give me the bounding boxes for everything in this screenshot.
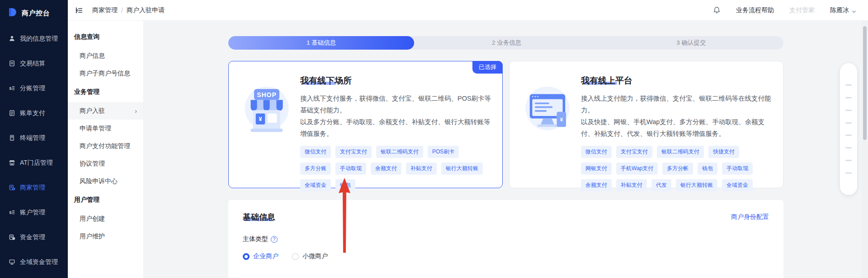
submenu-item-label: 商户入驻 [80,107,105,115]
online-platform-card[interactable]: ¥ 我有线上平台 接入线上支付能力，获得微信、支付宝、银联二维码等在线支付能力。… [509,61,783,188]
split-account-icon: $ [8,85,15,92]
radio-option[interactable]: 小微商户 [292,252,328,260]
stepper-step-label: 2 业务信息 [492,39,521,47]
subject-type-radios: 企业商户 小微商户 [243,252,769,260]
stepper-step[interactable]: 1 基础信息 [228,36,414,50]
monitor-illustration: ¥ [522,83,573,179]
primary-sidebar: 商户控台 我的信息管理 交易结算 $ 分账管理 [0,0,68,278]
submenu-item[interactable]: 用户维护 › [68,227,143,245]
submenu-item[interactable]: 商户入驻 › [68,102,143,120]
sidebar-item-label: 商家管理 [20,184,45,192]
submenu-item[interactable]: 商户信息 › [68,47,143,65]
capability-tag: 银联二维码支付 [376,146,423,158]
stepper-step-label: 3 确认提交 [676,39,706,47]
username: 陈雁冰 [830,6,849,14]
basic-info-section: 基础信息 商户身份配置 主体类型 ? 企业商户 [228,200,783,278]
workflow-help-link[interactable]: 业务流程帮助 [736,6,774,14]
app-window: 商户控台 我的信息管理 交易结算 $ 分账管理 [0,0,868,278]
submenu-item-label: 风险申诉中心 [80,177,118,185]
capability-tag: 补贴支付 [406,162,437,175]
collapse-sidebar-icon[interactable] [75,6,84,15]
anchor-dash[interactable] [845,84,852,86]
identity-config-link[interactable]: 商户身份配置 [731,213,769,221]
secondary-sidebar: 信息查询 › 商户信息 › 商户子商户号信息 › 业务管理 [68,21,144,278]
stepper-step[interactable]: 3 确认提交 [599,36,783,50]
capability-tags: 微信支付支付宝支付银联二维码支付POS刷卡多方分账手动取现余额支付补贴支付银行大… [300,146,493,191]
selected-badge: 已选择 [472,61,503,74]
notification-bell-icon[interactable] [713,6,721,14]
anchor-dash[interactable] [845,147,852,148]
payment-assistant-link[interactable]: 支付管家 [789,6,815,14]
scrollbar-thumb[interactable] [863,26,867,140]
svg-text:¥: ¥ [560,117,563,122]
user-menu[interactable]: 陈雁冰 [830,6,856,14]
sidebar-item-label: 分账管理 [20,84,45,93]
subject-type-label: 主体类型 ? [243,235,769,243]
anchor-dash[interactable] [845,110,852,111]
capability-tag: 微信支付 [300,146,331,158]
sidebar-item[interactable]: 终端管理 [0,125,68,150]
capability-tag: 支付宝支付 [335,146,372,158]
radio-option[interactable]: 企业商户 [243,252,278,260]
capability-tag: 银行大额转账 [676,179,717,191]
anchor-dash[interactable] [845,134,852,136]
submenu-item[interactable]: 业务管理 › [68,82,143,102]
help-icon[interactable]: ? [271,236,278,243]
submenu-item[interactable]: 商户子商户号信息 › [68,65,143,82]
capability-tag: 手动取现 [722,162,753,175]
anchor-dash[interactable] [845,160,852,161]
card-title: 我有线上平台 [581,76,632,85]
offline-venue-card[interactable]: 已选择 SHOP [228,61,503,188]
submenu-item-label: 业务管理 [74,88,99,96]
submenu-item[interactable]: 信息查询 › [68,27,143,47]
svg-text:$: $ [9,86,12,91]
anchor-dash[interactable] [845,122,852,124]
capability-tags: 微信支付支付宝支付银联二维码支付快捷支付网银支付手机Wap支付多方分帐钱包手动取… [581,146,774,191]
brand-logo-icon [7,7,17,19]
submenu-item-label: 协议管理 [80,160,105,168]
stepper-step[interactable]: 2 业务信息 [414,36,599,50]
sidebar-item[interactable]: $ 账户管理 [0,200,68,225]
submenu-item[interactable]: 用户创建 › [68,210,143,227]
main-content: 1 基础信息 2 业务信息 3 确认提交 [144,21,868,278]
breadcrumb-item[interactable]: 商户入驻申请 [127,6,165,14]
card-description: 接入线上支付能力，获得微信、支付宝、银联二维码等在线支付能力。 以及快捷、网银、… [581,93,774,139]
sidebar-item[interactable]: $ 分账管理 [0,76,68,101]
sidebar-item[interactable]: 账单支付 [0,101,68,125]
terminal-icon [8,134,15,142]
sidebar-item[interactable]: AT门店管理 [0,150,68,175]
radio-icon [243,253,250,260]
anchor-dash[interactable] [845,97,852,98]
submenu-item[interactable]: 风险申诉中心 › [68,172,143,190]
submenu-item-label: 用户创建 [80,215,105,223]
primary-nav: 我的信息管理 交易结算 $ 分账管理 账单支付 [0,26,68,274]
funds-icon [8,234,15,241]
submenu-item[interactable]: 用户管理 › [68,190,143,210]
page-scrollbar [862,21,868,278]
breadcrumb-item[interactable]: 商家管理 [92,6,118,14]
sidebar-item-label: 交易结算 [20,60,45,68]
submenu-item[interactable]: 商户支付功能管理 › [68,137,143,155]
topbar: 商家管理 / 商户入驻申请 业务流程帮助 支付管家 陈雁冰 [68,0,868,21]
submenu-item[interactable]: 申请单管理 › [68,120,143,137]
capability-tag: 手机Wap支付 [616,162,658,175]
onboarding-stepper: 1 基础信息 2 业务信息 3 确认提交 [228,36,783,50]
brand-name: 商户控台 [22,9,50,18]
sidebar-item[interactable]: 资金管理 [0,225,68,250]
anchor-panel [840,63,857,195]
brand[interactable]: 商户控台 [0,0,68,26]
capability-tag: 钱包 [698,162,717,175]
stepper-step-label: 1 基础信息 [307,39,336,47]
radio-label: 小微商户 [302,252,328,260]
sidebar-item[interactable]: 交易结算 [0,51,68,76]
svg-text:SHOP: SHOP [257,91,276,98]
radio-icon [292,253,299,260]
submenu-item[interactable]: 协议管理 › [68,155,143,172]
sidebar-item-label: AT门店管理 [20,159,53,167]
anchor-dash[interactable] [845,172,852,174]
sidebar-item[interactable]: ¥ 商家管理 [0,175,68,200]
sidebar-item-label: 账户管理 [20,208,45,217]
sidebar-item[interactable]: 我的信息管理 [0,26,68,51]
submenu-item-label: 商户支付功能管理 [80,142,130,150]
sidebar-item[interactable]: 全域资金管理 [0,250,68,274]
